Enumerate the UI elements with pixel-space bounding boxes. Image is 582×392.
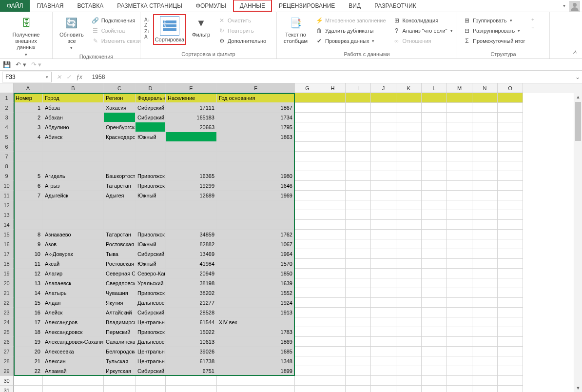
cell[interactable]: [136, 386, 166, 392]
cell[interactable]: [346, 278, 371, 288]
cell[interactable]: 21277: [166, 298, 217, 308]
cell[interactable]: [498, 347, 523, 356]
cell[interactable]: [295, 181, 320, 191]
row-header[interactable]: 19: [0, 269, 14, 278]
cell[interactable]: [498, 161, 523, 171]
cell[interactable]: [295, 249, 320, 259]
cell[interactable]: 1964: [217, 249, 295, 259]
cell[interactable]: [371, 269, 396, 278]
row-header[interactable]: 24: [0, 317, 14, 327]
cell[interactable]: [422, 191, 447, 200]
cell[interactable]: [166, 200, 217, 210]
row-header[interactable]: 10: [0, 181, 14, 191]
cell[interactable]: Агрыз: [43, 181, 104, 191]
cell[interactable]: Сибирский: [136, 366, 166, 376]
cell[interactable]: [320, 366, 346, 376]
cell[interactable]: [320, 337, 346, 347]
cell[interactable]: [447, 200, 472, 210]
cell[interactable]: [447, 152, 472, 161]
cell[interactable]: [295, 122, 320, 132]
row-header[interactable]: 22: [0, 298, 14, 308]
cell[interactable]: [447, 132, 472, 142]
row-header[interactable]: 20: [0, 278, 14, 288]
tab-вид[interactable]: ВИД: [342, 0, 368, 12]
user-avatar-icon[interactable]: [569, 1, 580, 12]
cell[interactable]: [320, 210, 346, 220]
cell[interactable]: [498, 317, 523, 327]
column-header[interactable]: O: [498, 83, 523, 93]
cell[interactable]: [14, 200, 43, 210]
cell[interactable]: [498, 132, 523, 142]
cell[interactable]: [472, 161, 498, 171]
cell[interactable]: [396, 132, 422, 142]
cell[interactable]: [396, 142, 422, 152]
cell[interactable]: 1863: [217, 132, 295, 142]
cell[interactable]: [346, 298, 371, 308]
cell[interactable]: [295, 288, 320, 298]
cell[interactable]: [472, 93, 498, 103]
cell[interactable]: [346, 200, 371, 210]
cell[interactable]: [346, 239, 371, 249]
cell[interactable]: [396, 298, 422, 308]
cell[interactable]: [371, 386, 396, 392]
cell[interactable]: 1685: [217, 347, 295, 356]
column-header[interactable]: B: [43, 83, 104, 93]
cell[interactable]: 1646: [217, 181, 295, 191]
cell[interactable]: [346, 259, 371, 269]
cell[interactable]: [166, 220, 217, 230]
cell[interactable]: 21: [14, 356, 43, 366]
fx-icon[interactable]: ƒx: [76, 74, 82, 80]
cell[interactable]: [295, 210, 320, 220]
column-header[interactable]: G: [295, 83, 320, 93]
cell[interactable]: [295, 142, 320, 152]
cell[interactable]: [14, 376, 43, 386]
vertical-scrollbar[interactable]: ▲ ▼: [574, 93, 582, 392]
cell[interactable]: 16365: [166, 171, 217, 181]
cell[interactable]: [447, 288, 472, 298]
cell[interactable]: [472, 230, 498, 239]
cell[interactable]: [371, 239, 396, 249]
save-icon[interactable]: 💾: [3, 61, 11, 68]
cell[interactable]: [498, 259, 523, 269]
cell[interactable]: [295, 376, 320, 386]
cell[interactable]: [396, 122, 422, 132]
cell[interactable]: 13469: [166, 249, 217, 259]
data-validation-button[interactable]: ✔Проверка данных▾: [313, 37, 388, 45]
cell[interactable]: [498, 269, 523, 278]
cell[interactable]: [295, 298, 320, 308]
cell[interactable]: [422, 181, 447, 191]
cell[interactable]: 61544: [166, 317, 217, 327]
cell[interactable]: Абаза: [43, 103, 104, 113]
cell[interactable]: [371, 161, 396, 171]
cell[interactable]: 10: [14, 249, 43, 259]
cell[interactable]: [295, 132, 320, 142]
cell[interactable]: [320, 171, 346, 181]
cell[interactable]: [371, 93, 396, 103]
cell[interactable]: [498, 366, 523, 376]
cell[interactable]: [472, 239, 498, 249]
cell[interactable]: Азов: [43, 239, 104, 249]
cell[interactable]: Южный: [136, 191, 166, 200]
cell[interactable]: [320, 239, 346, 249]
cell[interactable]: [498, 230, 523, 239]
cell[interactable]: 12689: [166, 191, 217, 200]
cell[interactable]: [422, 298, 447, 308]
cell[interactable]: [472, 278, 498, 288]
cell[interactable]: [295, 152, 320, 161]
column-header[interactable]: I: [346, 83, 371, 93]
cell[interactable]: [498, 220, 523, 230]
cell[interactable]: [498, 152, 523, 161]
row-header[interactable]: 15: [0, 230, 14, 239]
cell[interactable]: [498, 181, 523, 191]
name-box[interactable]: F33▾: [2, 72, 52, 82]
cell[interactable]: [498, 200, 523, 210]
cell[interactable]: [472, 269, 498, 278]
cell[interactable]: [43, 161, 104, 171]
cell[interactable]: [422, 288, 447, 298]
cell[interactable]: [371, 298, 396, 308]
cell[interactable]: 1969: [217, 191, 295, 200]
cell[interactable]: [346, 132, 371, 142]
cell[interactable]: [422, 356, 447, 366]
cell[interactable]: [371, 337, 396, 347]
cell[interactable]: Южный: [136, 239, 166, 249]
